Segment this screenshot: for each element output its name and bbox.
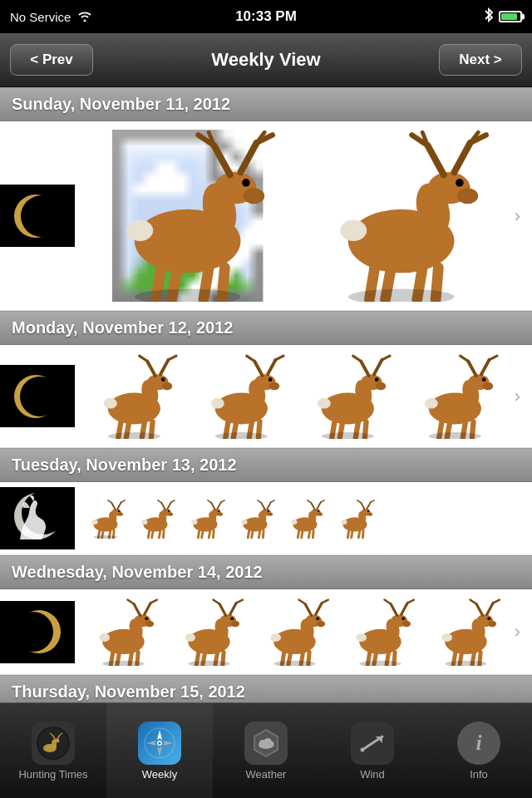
svg-point-260	[487, 618, 490, 621]
svg-point-170	[318, 510, 319, 512]
svg-line-161	[311, 503, 314, 510]
next-button[interactable]: Next >	[439, 44, 522, 76]
svg-point-200	[145, 618, 148, 621]
svg-point-250	[488, 621, 496, 628]
info-icon: i	[457, 722, 500, 765]
content-area: Sunday, November 11, 2012	[0, 87, 532, 736]
svg-point-113	[118, 510, 120, 512]
svg-point-141	[191, 520, 197, 525]
day-header-1: Monday, November 12, 2012	[0, 311, 532, 345]
svg-line-221	[305, 604, 312, 616]
svg-line-89	[481, 360, 489, 374]
svg-line-105	[108, 500, 111, 503]
battery-icon	[499, 11, 522, 22]
tab-weekly[interactable]: Weekly	[106, 703, 213, 798]
svg-line-193	[145, 603, 151, 615]
svg-line-148	[258, 500, 261, 503]
svg-line-107	[121, 500, 125, 502]
svg-line-167	[308, 530, 309, 538]
svg-line-175	[361, 503, 364, 510]
weekly-icon	[138, 722, 181, 765]
deer-icons-1	[75, 350, 515, 442]
svg-line-177	[367, 502, 371, 509]
tab-hunting-times[interactable]: Hunting Times	[0, 703, 106, 798]
svg-point-169	[291, 520, 297, 525]
tab-info-label: Info	[470, 768, 488, 781]
svg-marker-338	[163, 741, 173, 746]
svg-line-180	[352, 531, 352, 538]
tab-weather[interactable]: Weather	[213, 703, 319, 798]
svg-point-118	[168, 512, 173, 515]
day-row-3[interactable]: ›	[0, 589, 532, 675]
svg-line-254	[493, 600, 500, 603]
svg-point-112	[91, 520, 97, 525]
day-row-0[interactable]: ›	[0, 121, 532, 311]
svg-point-341	[159, 741, 161, 744]
tab-info[interactable]: i Info	[426, 703, 532, 798]
carrier-text: No Service	[10, 10, 71, 24]
svg-line-75	[382, 357, 390, 361]
svg-line-179	[347, 530, 348, 538]
toolbar: < Prev Weekly View Next >	[0, 33, 532, 87]
svg-point-103	[118, 512, 123, 515]
svg-line-163	[318, 502, 321, 509]
svg-point-183	[341, 520, 347, 525]
tab-wind-label: Wind	[360, 768, 385, 781]
svg-point-350	[361, 747, 365, 751]
svg-line-162	[308, 500, 311, 503]
svg-point-34	[456, 179, 464, 187]
svg-line-44	[160, 360, 168, 374]
toolbar-title: Weekly View	[211, 49, 320, 71]
svg-marker-339	[146, 741, 156, 746]
svg-line-168	[313, 530, 313, 538]
day-row-1[interactable]: ›	[0, 345, 532, 448]
svg-line-26	[455, 143, 470, 172]
svg-point-205	[231, 621, 239, 628]
svg-point-80	[318, 398, 331, 409]
svg-line-72	[362, 362, 369, 376]
deer-icons-3	[75, 594, 515, 669]
svg-point-244	[356, 633, 367, 642]
svg-line-59	[268, 360, 275, 374]
svg-point-155	[241, 520, 247, 525]
svg-line-90	[490, 357, 497, 361]
svg-point-128	[168, 510, 170, 512]
chevron-1: ›	[515, 386, 532, 407]
svg-point-235	[402, 621, 411, 628]
svg-point-220	[317, 621, 325, 628]
svg-line-123	[148, 530, 149, 538]
svg-point-215	[230, 618, 234, 621]
svg-line-176	[357, 500, 361, 503]
svg-point-81	[375, 378, 379, 382]
svg-point-5	[244, 188, 265, 204]
svg-line-135	[218, 502, 221, 509]
svg-point-229	[270, 633, 281, 642]
chevron-3: ›	[515, 621, 532, 643]
svg-point-142	[218, 510, 219, 512]
svg-line-119	[161, 503, 165, 510]
svg-point-37	[20, 377, 60, 416]
svg-point-245	[401, 618, 405, 621]
svg-line-87	[468, 362, 475, 376]
day-row-2[interactable]	[0, 482, 532, 555]
prev-button[interactable]: < Prev	[10, 44, 93, 76]
svg-point-186	[13, 612, 53, 652]
tab-bar: Hunting Times	[0, 702, 532, 798]
status-time: 10:33 PM	[235, 8, 297, 25]
svg-point-127	[141, 520, 147, 525]
tab-wind[interactable]: Wind	[319, 703, 426, 798]
day-header-2: Tuesday, November 13, 2012	[0, 448, 532, 482]
svg-line-140	[213, 530, 214, 538]
svg-point-51	[161, 378, 165, 382]
status-bar: No Service 10:33 PM	[0, 0, 532, 33]
svg-line-164	[321, 500, 324, 502]
svg-line-147	[261, 503, 264, 510]
svg-point-1	[21, 195, 62, 237]
svg-line-60	[275, 357, 283, 361]
svg-line-191	[134, 604, 140, 616]
svg-marker-336	[157, 730, 162, 740]
svg-line-209	[236, 600, 243, 603]
svg-line-57	[254, 362, 262, 376]
deer-icons-0	[75, 126, 515, 305]
svg-line-58	[246, 357, 254, 362]
